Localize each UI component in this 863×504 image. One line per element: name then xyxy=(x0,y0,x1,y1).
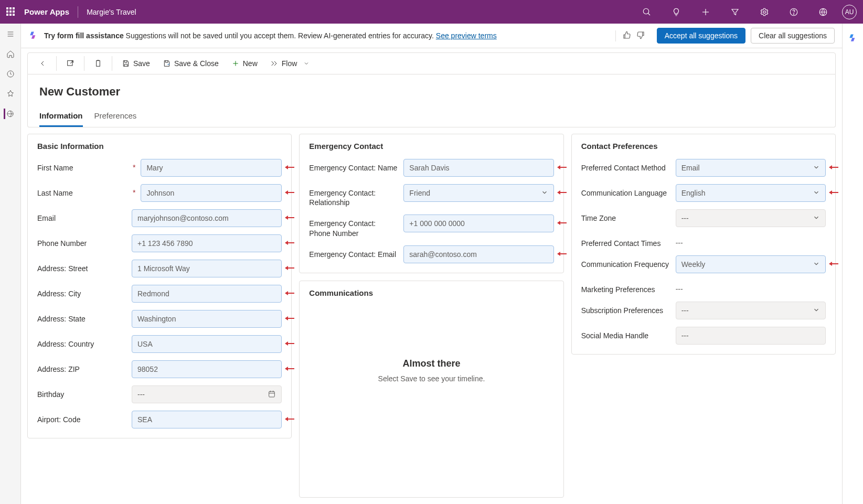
select-field[interactable]: Weekly xyxy=(676,255,826,273)
text-field[interactable]: +1 000 000 0000 xyxy=(403,215,553,232)
globe-icon[interactable] xyxy=(813,0,834,24)
suggestion-arrow-icon xyxy=(284,239,294,248)
tab-bar: Information Preferences xyxy=(39,111,824,127)
select-field[interactable]: English xyxy=(676,184,826,202)
select-value: --- xyxy=(681,214,689,222)
select-field[interactable]: --- xyxy=(676,209,826,227)
calendar-icon[interactable] xyxy=(268,390,276,400)
field-value-text: --- xyxy=(676,281,826,293)
basic-info-card: Basic Information First Name*MaryLast Na… xyxy=(27,134,292,438)
field-label: Preferred Contact Times xyxy=(581,234,670,248)
preview-terms-link[interactable]: See preview terms xyxy=(436,31,497,40)
text-field[interactable]: Washington xyxy=(132,310,282,328)
flow-button[interactable]: Flow xyxy=(265,56,315,71)
text-field[interactable]: Johnson xyxy=(141,184,282,202)
form-row: Marketing Preferences--- xyxy=(581,281,826,294)
text-field[interactable]: SEA xyxy=(132,411,282,428)
search-icon[interactable] xyxy=(636,0,657,24)
required-asterisk: * xyxy=(133,184,135,197)
add-icon[interactable] xyxy=(695,0,716,24)
readonly-field[interactable]: --- xyxy=(132,385,282,403)
select-value: Friend xyxy=(409,189,430,197)
field-wrapper: Redmond xyxy=(132,285,282,303)
divider xyxy=(84,56,84,71)
text-field[interactable]: +1 123 456 7890 xyxy=(132,234,282,252)
field-label: Address: ZIP xyxy=(37,360,126,374)
filter-icon[interactable] xyxy=(725,0,745,24)
chevron-down-icon xyxy=(813,306,820,315)
banner-bold: Try form fill assistance xyxy=(44,31,124,40)
field-label: Email xyxy=(37,209,126,223)
form-row: Emailmaryjohnson@contoso.com xyxy=(37,209,282,227)
select-value: English xyxy=(681,189,706,197)
field-wrapper: Weekly xyxy=(676,255,826,273)
new-button[interactable]: New xyxy=(226,56,263,71)
text-field[interactable]: sarah@contoso.com xyxy=(403,245,553,263)
accept-all-button[interactable]: Accept all suggestions xyxy=(657,28,745,44)
field-wrapper: Mary xyxy=(141,159,282,177)
suggestion-arrow-icon xyxy=(284,340,294,348)
recent-icon[interactable] xyxy=(5,69,16,79)
text-field[interactable]: 1 Microsoft Way xyxy=(132,260,282,277)
divider xyxy=(112,56,112,71)
entity-icon[interactable] xyxy=(4,109,14,119)
open-new-window-button[interactable] xyxy=(61,56,80,71)
clear-all-button[interactable]: Clear all suggestions xyxy=(751,28,835,44)
form-row: Social Media Handle--- xyxy=(581,327,826,345)
form-row: Emergency Contact: Phone Number+1 000 00… xyxy=(309,215,553,238)
help-icon[interactable] xyxy=(783,0,804,24)
save-close-button[interactable]: Save & Close xyxy=(157,56,224,71)
form-row: Address: Street1 Microsoft Way xyxy=(37,260,282,277)
emergency-title: Emergency Contact xyxy=(309,142,553,151)
field-wrapper: sarah@contoso.com xyxy=(403,245,553,263)
copilot-rail-icon[interactable] xyxy=(848,33,858,45)
lightbulb-icon[interactable] xyxy=(666,0,687,24)
field-wrapper: English xyxy=(676,184,826,202)
suggestion-arrow-icon xyxy=(556,164,567,172)
hamburger-icon[interactable] xyxy=(5,29,16,39)
field-wrapper: Sarah Davis xyxy=(403,159,553,177)
settings-icon[interactable] xyxy=(754,0,775,24)
field-label: Subscription Preferences xyxy=(581,302,670,315)
text-field[interactable]: Redmond xyxy=(132,285,282,303)
text-field[interactable]: Mary xyxy=(141,159,282,177)
select-field[interactable]: Friend xyxy=(403,184,553,202)
thumbs-up-icon[interactable] xyxy=(622,30,632,41)
select-value: --- xyxy=(681,306,689,315)
svg-line-1 xyxy=(648,13,650,15)
tab-preferences[interactable]: Preferences xyxy=(94,111,137,127)
text-field[interactable]: Sarah Davis xyxy=(403,159,553,177)
app-launcher-icon[interactable] xyxy=(6,7,16,17)
field-label: Birthday xyxy=(37,385,126,399)
suggestion-arrow-icon xyxy=(284,164,294,172)
field-wrapper: --- xyxy=(676,302,826,319)
text-field[interactable]: 98052 xyxy=(132,360,282,378)
field-label: Address: Country xyxy=(37,335,126,349)
user-avatar[interactable]: AU xyxy=(842,5,857,19)
form-row: Subscription Preferences--- xyxy=(581,302,826,319)
back-button[interactable] xyxy=(33,56,52,71)
field-label: Airport: Code xyxy=(37,411,126,424)
form-row: Communication FrequencyWeekly xyxy=(581,255,826,273)
field-label: Last Name xyxy=(37,184,126,198)
save-button[interactable]: Save xyxy=(116,56,155,71)
clipboard-button[interactable] xyxy=(89,56,108,71)
form-row: Address: CountryUSA xyxy=(37,335,282,353)
thumbs-down-icon[interactable] xyxy=(636,30,645,41)
field-label: Address: City xyxy=(37,285,126,298)
readonly-field: --- xyxy=(676,327,826,345)
select-field[interactable]: Email xyxy=(676,159,826,177)
field-wrapper: --- xyxy=(132,385,282,403)
pin-icon[interactable] xyxy=(5,89,16,99)
divider xyxy=(78,6,78,18)
tab-information[interactable]: Information xyxy=(39,111,83,127)
app-name-label: Margie's Travel xyxy=(87,8,136,16)
home-icon[interactable] xyxy=(5,49,16,59)
text-field[interactable]: maryjohnson@contoso.com xyxy=(132,209,282,227)
text-field[interactable]: USA xyxy=(132,335,282,353)
select-field[interactable]: --- xyxy=(676,302,826,319)
form-row: Address: ZIP98052 xyxy=(37,360,282,378)
form-row: Phone Number+1 123 456 7890 xyxy=(37,234,282,252)
field-wrapper: --- xyxy=(676,281,826,293)
field-label: Address: State xyxy=(37,310,126,324)
